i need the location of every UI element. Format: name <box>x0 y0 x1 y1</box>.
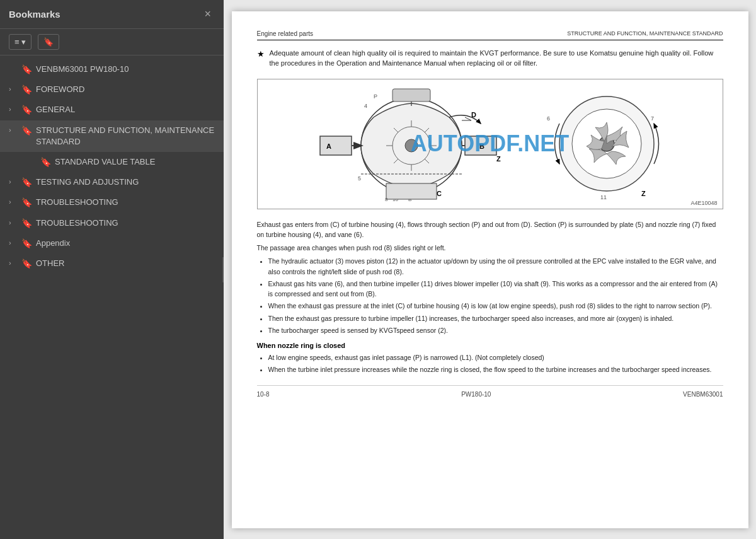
sidebar-label-general: GENERAL <box>36 104 215 115</box>
expand-arrow-appendix: › <box>9 239 18 246</box>
svg-text:11: 11 <box>600 194 607 200</box>
svg-text:5: 5 <box>358 175 361 182</box>
body-para-2: The passage area changes when push rod (… <box>257 243 723 253</box>
page-header-left: Engine related parts <box>257 30 314 37</box>
expand-arrow-troubleshooting1: › <box>9 198 18 206</box>
sidebar-label-standard: STANDARD VALUE TABLE <box>55 156 215 168</box>
svg-rect-38 <box>386 183 437 199</box>
svg-point-4 <box>405 139 418 152</box>
sidebar-label-appendix: Appendix <box>36 238 215 249</box>
svg-text:Z: Z <box>641 190 646 197</box>
bookmark-icon-testing: 🔖 <box>21 177 32 187</box>
svg-text:7: 7 <box>651 115 654 122</box>
bookmark-icon-foreword: 🔖 <box>21 84 32 95</box>
sidebar-item-troubleshooting1[interactable]: ›🔖TROUBLESHOOTING <box>0 192 224 212</box>
bullet-item: When the exhaust gas pressure at the inl… <box>268 301 723 311</box>
expand-arrow-structure: › <box>9 126 18 134</box>
sidebar-item-foreword[interactable]: ›🔖FOREWORD <box>0 79 224 100</box>
sidebar-label-troubleshooting1: TROUBLESHOOTING <box>36 197 215 208</box>
sidebar-header: Bookmarks × <box>0 0 224 29</box>
svg-rect-34 <box>392 89 430 101</box>
bookmark-icon-troubleshooting1: 🔖 <box>21 197 32 207</box>
bullet-item: The hydraulic actuator (3) moves piston … <box>268 256 723 277</box>
side-diagram-svg: 6 7 Z 11 <box>544 86 670 202</box>
expand-arrow-foreword: › <box>9 85 18 93</box>
footer-right: VENBM63001 <box>683 391 723 398</box>
bookmark-icon-troubleshooting2: 🔖 <box>21 218 32 228</box>
svg-text:8: 8 <box>385 197 388 202</box>
sidebar-label-testing: TESTING AND ADJUSTING <box>36 177 215 188</box>
svg-text:4: 4 <box>364 103 367 109</box>
bookmark-icon-other: 🔖 <box>21 258 32 269</box>
sidebar-close-button[interactable]: × <box>200 6 215 22</box>
section-bullet-item: At low engine speeds, exhaust gas inlet … <box>268 352 723 362</box>
svg-text:6: 6 <box>547 115 550 122</box>
svg-rect-13 <box>320 136 352 155</box>
bookmark-icon-standard: 🔖 <box>40 157 51 167</box>
view-toggle-button[interactable]: ≡ ▾ <box>9 34 32 50</box>
expand-arrow-general: › <box>9 105 18 113</box>
svg-text:P: P <box>374 93 377 100</box>
sidebar-toolbar: ≡ ▾ 🔖 <box>0 29 224 55</box>
sidebar-item-appendix[interactable]: ›🔖Appendix <box>0 233 224 253</box>
bullet-item: Exhaust gas hits vane (6), and then turb… <box>268 279 723 299</box>
svg-text:Z: Z <box>496 155 501 163</box>
page-header-right: STRUCTURE AND FUNCTION, MAINTENANCE STAN… <box>567 30 723 37</box>
bullet-list: The hydraulic actuator (3) moves piston … <box>268 256 723 335</box>
add-bookmark-button[interactable]: 🔖 <box>38 34 59 50</box>
bullet-item: The turbocharger speed is sensed by KVGT… <box>268 325 723 335</box>
sidebar-item-main[interactable]: 🔖VENBM63001 PW180-10 <box>0 59 224 79</box>
sidebar-collapse-button[interactable]: ◀ <box>222 257 224 282</box>
main-diagram-svg: A B 2 B C D <box>311 86 525 202</box>
svg-text:C: C <box>437 190 442 197</box>
sidebar-nav: 🔖VENBM63001 PW180-10›🔖FOREWORD›🔖GENERAL›… <box>0 55 224 539</box>
expand-arrow-other: › <box>9 259 18 267</box>
section-bullet-list: At low engine speeds, exhaust gas inlet … <box>268 352 723 375</box>
svg-text:B: B <box>479 142 484 150</box>
page-footer: 10-8 PW180-10 VENBM63001 <box>257 385 723 398</box>
sidebar: Bookmarks × ≡ ▾ 🔖 🔖VENBM63001 PW180-10›🔖… <box>0 0 224 539</box>
bookmark-icon-general: 🔖 <box>21 105 32 115</box>
sidebar-item-other[interactable]: ›🔖OTHER <box>0 253 224 274</box>
footer-left: 10-8 <box>257 391 270 398</box>
sidebar-item-general[interactable]: ›🔖GENERAL <box>0 100 224 120</box>
body-text-container: Exhaust gas enters from (C) of turbine h… <box>257 219 723 253</box>
diagram-caption: A4E10048 <box>690 200 717 206</box>
bookmark-icon-main: 🔖 <box>21 64 32 74</box>
diagram-box: AUTOPDF.NET <box>257 79 723 209</box>
bookmark-icon-structure: 🔖 <box>21 125 32 136</box>
svg-text:A: A <box>326 142 331 150</box>
sidebar-label-other: OTHER <box>36 258 215 269</box>
bookmark-icon-appendix: 🔖 <box>21 238 32 248</box>
body-para-1: Exhaust gas enters from (C) of turbine h… <box>257 219 723 240</box>
main-content: Engine related parts STRUCTURE AND FUNCT… <box>224 0 756 539</box>
sidebar-label-troubleshooting2: TROUBLESHOOTING <box>36 217 215 229</box>
intro-text: Adequate amount of clean high quality oi… <box>270 48 723 69</box>
sidebar-label-structure: STRUCTURE AND FUNCTION, MAINTENANCE STAN… <box>36 125 215 148</box>
section-bullet-item: When the turbine inlet pressure increase… <box>268 364 723 374</box>
sidebar-item-standard[interactable]: 🔖STANDARD VALUE TABLE <box>0 152 224 172</box>
section-heading: When nozzle ring is closed <box>257 342 723 349</box>
expand-arrow-testing: › <box>9 178 18 185</box>
sidebar-item-structure[interactable]: ›🔖STRUCTURE AND FUNCTION, MAINTENANCE ST… <box>0 120 224 152</box>
star-bullet: ★ <box>257 48 265 69</box>
page-container: Engine related parts STRUCTURE AND FUNCT… <box>232 11 748 528</box>
sidebar-label-foreword: FOREWORD <box>36 84 215 95</box>
bullet-item: Then the exhaust gas pressure to turbine… <box>268 313 723 323</box>
page-intro: ★ Adequate amount of clean high quality … <box>257 48 723 69</box>
expand-arrow-troubleshooting2: › <box>9 219 18 226</box>
sidebar-item-testing[interactable]: ›🔖TESTING AND ADJUSTING <box>0 172 224 192</box>
sidebar-item-troubleshooting2[interactable]: ›🔖TROUBLESHOOTING <box>0 213 224 233</box>
page-header: Engine related parts STRUCTURE AND FUNCT… <box>257 30 723 40</box>
diagram-placeholder: A B 2 B C D <box>264 86 716 202</box>
footer-center: PW180-10 <box>461 391 491 398</box>
sidebar-title: Bookmarks <box>9 9 60 20</box>
sidebar-label-main: VENBM63001 PW180-10 <box>36 64 215 75</box>
